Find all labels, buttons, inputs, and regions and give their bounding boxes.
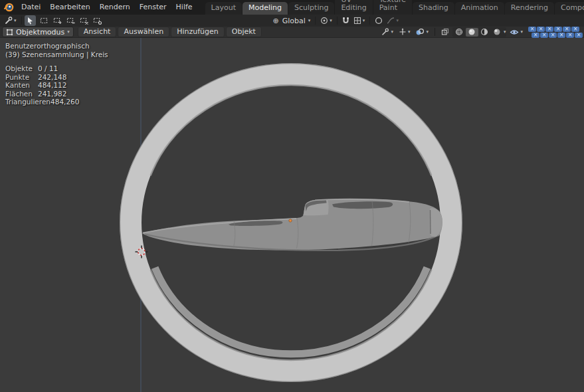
x-toggle-button[interactable]: × [557, 33, 565, 38]
select-box-plus-icon [53, 17, 62, 25]
select-box-icon [40, 17, 49, 25]
blender-window: Datei Bearbeiten Rendern Fenster Hilfe L… [0, 0, 584, 392]
xray-toggle[interactable] [439, 27, 451, 37]
x-toggle-button[interactable]: × [540, 33, 548, 38]
pivot-point-icon [320, 17, 328, 25]
snap-target-dropdown[interactable]: ▾ [351, 15, 367, 26]
viewport-header-right: ▾ ▾ ▾ [379, 27, 584, 38]
x-toggle-button[interactable]: × [549, 33, 557, 38]
tab-shading[interactable]: Shading [413, 2, 454, 15]
falloff-curve-icon [387, 17, 395, 25]
chevron-down-icon: ▾ [426, 29, 429, 35]
proportional-falloff-dropdown[interactable]: ▾ [385, 15, 401, 26]
menu-select[interactable]: Auswählen [118, 27, 169, 37]
stat-row-faces: Flächen 241,982 [5, 90, 108, 98]
viewport[interactable]: Benutzerorthographisch (39) Szenensammlu… [0, 38, 584, 392]
xray-icon [441, 28, 449, 36]
active-collection-label: (39) Szenensammlung | Kreis [5, 50, 108, 59]
select-box-minus-icon [66, 17, 75, 25]
chevron-down-icon: ▾ [14, 18, 17, 23]
shading-solid-button[interactable] [466, 28, 478, 37]
menu-render[interactable]: Rendern [95, 0, 135, 15]
transform-orientation-dropdown[interactable]: ⊕ Global ▾ [271, 15, 313, 26]
chevron-down-icon: ▾ [391, 29, 393, 35]
x-toggle-row: × × × × × × [532, 33, 583, 38]
gizmos-dropdown[interactable]: ▾ [397, 27, 413, 37]
snap-toggle-button[interactable] [340, 15, 351, 26]
active-tool-tweak-button[interactable] [25, 15, 36, 26]
view-orientation-label: Benutzerorthographisch [5, 42, 108, 50]
menu-view[interactable]: Ansicht [78, 27, 117, 37]
shading-mode-group: ▾ [452, 27, 507, 37]
wireframe-sphere-icon [455, 28, 463, 36]
chevron-down-icon: ▾ [408, 29, 411, 35]
select-mode-set-button[interactable] [38, 15, 50, 26]
x-toggle-button[interactable]: × [537, 27, 545, 32]
tool-settings-editor-dropdown[interactable]: ▾ [3, 15, 19, 26]
menu-help[interactable]: Hilfe [171, 0, 197, 15]
chevron-down-icon: ▾ [504, 29, 506, 35]
proportional-circle-icon [375, 17, 383, 25]
select-box-intersect-icon [93, 17, 102, 25]
select-mode-intersect-button[interactable] [91, 15, 104, 26]
x-toggle-button[interactable]: × [571, 27, 579, 32]
statistics-table: Objekte 0 / 11 Punkte 242,148 Kanten 484… [5, 64, 108, 106]
overlays-dropdown[interactable]: ▾ [413, 27, 431, 37]
chevron-down-icon: ▾ [330, 18, 332, 23]
select-mode-extend-button[interactable] [51, 15, 64, 26]
proportional-editing-toggle[interactable] [373, 15, 385, 26]
menu-object[interactable]: Objekt [226, 27, 262, 37]
x-toggle-button[interactable]: × [554, 27, 562, 32]
workspace-tabs: Layout Modeling Sculpting UV Editing Tex… [205, 0, 584, 15]
x-toggle-grid: × × × × × × × × × × × × [528, 27, 583, 38]
chevron-down-icon: ▾ [308, 18, 311, 23]
shading-rendered-button[interactable] [491, 28, 504, 37]
separator [21, 17, 22, 25]
tab-uv-editing[interactable]: UV Editing [335, 0, 372, 15]
stat-row-triangles: Triangulieren 484,260 [5, 98, 108, 106]
tab-modeling[interactable]: Modeling [243, 2, 288, 15]
menu-file[interactable]: Datei [17, 0, 45, 15]
object-visibility-dropdown[interactable]: ▾ [379, 27, 395, 37]
select-box-invert-icon [80, 17, 88, 25]
viewport-header: Objektmodus ▾ Ansicht Auswählen Hinzufüg… [0, 27, 584, 38]
snap-increment-icon [353, 17, 361, 25]
tab-rendering[interactable]: Rendering [505, 2, 554, 15]
pivot-point-dropdown[interactable]: ▾ [318, 15, 334, 26]
viewport-stats-overlay: Benutzerorthographisch (39) Szenensammlu… [5, 42, 108, 112]
object-mode-dropdown[interactable]: Objektmodus ▾ [2, 27, 74, 37]
object-origin-dot [289, 219, 292, 222]
x-toggle-button[interactable]: × [563, 27, 571, 32]
globe-icon: ⊕ [273, 17, 279, 25]
boat-object[interactable] [142, 199, 442, 250]
separator [369, 17, 370, 25]
x-toggle-button[interactable]: × [566, 33, 574, 38]
x-toggle-button[interactable]: × [545, 27, 553, 32]
snap-orientation-group: ⊕ Global ▾ ▾ [271, 15, 401, 26]
view-object-types-dropdown[interactable]: ▾ [508, 27, 525, 37]
magnet-icon [342, 17, 349, 25]
x-toggle-button[interactable]: × [532, 33, 539, 38]
chevron-down-icon: ▾ [67, 29, 70, 35]
mode-label: Objektmodus [16, 28, 64, 37]
tab-compositing[interactable]: Compositing [555, 2, 584, 15]
shading-material-button[interactable] [478, 28, 491, 37]
select-mode-subtract-button[interactable] [64, 15, 77, 26]
menu-window[interactable]: Fenster [135, 0, 171, 15]
tab-texture-paint[interactable]: Texture Paint [373, 0, 412, 15]
object-mode-icon [6, 29, 13, 36]
tool-settings-bar: ▾ [0, 15, 584, 27]
select-mode-invert-button[interactable] [78, 15, 90, 26]
tab-sculpting[interactable]: Sculpting [288, 2, 334, 15]
tab-animation[interactable]: Animation [455, 2, 504, 15]
shading-wireframe-button[interactable] [453, 28, 466, 37]
tab-layout[interactable]: Layout [205, 2, 242, 15]
x-toggle-button[interactable]: × [528, 27, 536, 32]
separator [435, 28, 435, 36]
separator [315, 17, 316, 25]
menu-edit[interactable]: Bearbeiten [45, 0, 94, 15]
x-toggle-button[interactable]: × [575, 33, 583, 38]
stat-row-edges: Kanten 484,112 [5, 81, 108, 90]
blender-logo-icon[interactable] [4, 3, 14, 12]
menu-add[interactable]: Hinzufügen [171, 27, 225, 37]
